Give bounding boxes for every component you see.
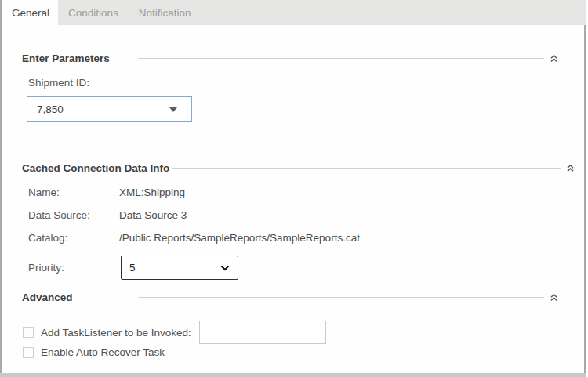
shipment-id-value: 7,850 bbox=[37, 103, 169, 115]
priority-value: 5 bbox=[129, 262, 220, 274]
collapse-double-chevron-up-icon[interactable] bbox=[550, 54, 558, 63]
enter-parameters-title: Enter Parameters bbox=[22, 53, 135, 64]
tab-conditions[interactable]: Conditions bbox=[58, 0, 129, 25]
data-source-label: Data Source: bbox=[28, 209, 90, 221]
info-row-data-source: Data Source: Data Source 3 bbox=[2, 209, 587, 223]
autorecover-label: Enable Auto Recover Task bbox=[41, 346, 165, 358]
tasklistener-row: Add TaskListener to be Invoked: bbox=[23, 321, 191, 343]
advanced-title: Advanced bbox=[22, 292, 135, 303]
collapse-double-chevron-up-icon[interactable] bbox=[550, 293, 558, 302]
enter-parameters-section-header: Enter Parameters bbox=[22, 52, 558, 65]
cached-connection-title: Cached Connection Data Info bbox=[22, 162, 169, 174]
bottom-border-bar bbox=[0, 373, 586, 377]
info-row-catalog: Catalog: /Public Reports/SampleReports/S… bbox=[2, 232, 587, 245]
tab-notification[interactable]: Notification bbox=[129, 0, 201, 25]
name-label: Name: bbox=[28, 187, 60, 198]
tasklistener-label: Add TaskListener to be Invoked: bbox=[41, 327, 191, 339]
tab-bar: General Conditions Notification bbox=[3, 0, 586, 25]
autorecover-checkbox[interactable] bbox=[23, 347, 34, 358]
shipment-id-label: Shipment ID: bbox=[28, 77, 89, 89]
section-divider bbox=[172, 168, 561, 169]
catalog-label: Catalog: bbox=[28, 232, 67, 244]
cached-connection-section-header: Cached Connection Data Info bbox=[22, 161, 575, 175]
name-value: XML:Shipping bbox=[119, 187, 185, 198]
tasklistener-input[interactable] bbox=[199, 321, 326, 344]
priority-label: Priority: bbox=[28, 262, 64, 274]
priority-select[interactable]: 5 bbox=[121, 256, 238, 280]
section-divider bbox=[138, 297, 544, 298]
tab-general[interactable]: General bbox=[3, 0, 58, 25]
section-divider bbox=[138, 58, 544, 59]
settings-panel: General Conditions Notification Enter Pa… bbox=[0, 0, 586, 377]
chevron-down-icon bbox=[220, 265, 230, 271]
advanced-section-header: Advanced bbox=[22, 291, 558, 304]
triangle-down-icon bbox=[169, 107, 177, 112]
info-row-name: Name: XML:Shipping bbox=[2, 187, 587, 200]
shipment-id-dropdown[interactable]: 7,850 bbox=[27, 96, 192, 122]
autorecover-row: Enable Auto Recover Task bbox=[23, 346, 165, 359]
tasklistener-checkbox[interactable] bbox=[23, 327, 34, 338]
collapse-double-chevron-up-icon[interactable] bbox=[566, 164, 575, 172]
catalog-value: /Public Reports/SampleReports/SampleRepo… bbox=[119, 232, 360, 244]
data-source-value: Data Source 3 bbox=[119, 209, 187, 221]
